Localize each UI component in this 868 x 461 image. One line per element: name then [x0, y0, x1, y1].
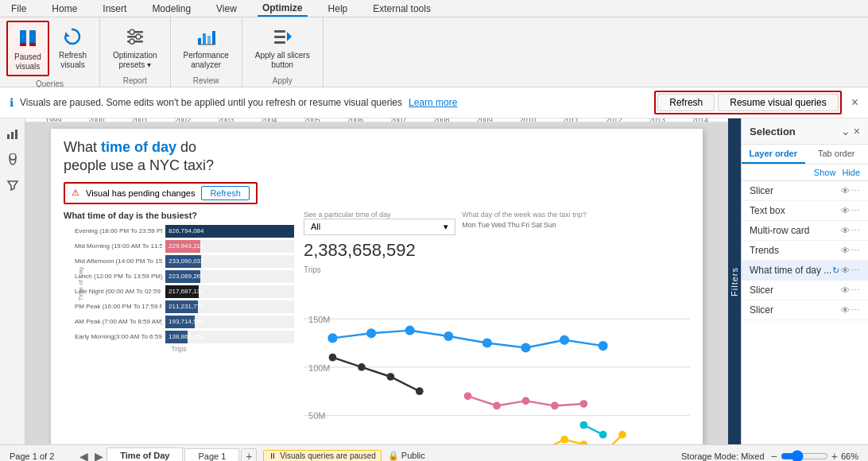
layer-item[interactable]: What time of day ... ↻ 👁 ⋯ — [742, 261, 868, 281]
bar-label: Evening (18:00 PM To 23:59 PM) — [75, 227, 162, 234]
page-prev-button[interactable]: ◀ — [76, 448, 91, 462]
refresh-visuals-icon — [60, 24, 85, 49]
menu-view[interactable]: View — [211, 2, 242, 16]
layer-more-icon[interactable]: ⋯ — [851, 305, 860, 316]
apply-all-slicers-button[interactable]: Apply all slicersbutton — [249, 21, 316, 73]
optimization-icon — [122, 24, 148, 49]
layer-more-icon[interactable]: ⋯ — [851, 186, 860, 196]
layer-item-icons: 👁 ⋯ — [841, 206, 860, 216]
layer-item[interactable]: Trends 👁 ⋯ — [742, 241, 868, 261]
report-page: What time of day dopeople use a NYC taxi… — [51, 129, 703, 444]
svg-point-46 — [579, 421, 587, 429]
layer-eye-icon[interactable]: 👁 — [841, 305, 850, 316]
learn-more-link[interactable]: Learn more — [409, 97, 457, 108]
layer-item-left: Trends — [750, 245, 779, 256]
layer-eye-icon[interactable]: 👁 — [841, 206, 850, 216]
bar-fill: 233,090,032 — [165, 255, 201, 268]
layer-more-icon[interactable]: ⋯ — [851, 206, 860, 216]
zoom-minus-button[interactable]: − — [771, 450, 777, 462]
apply-slicers-icon — [269, 24, 295, 49]
layer-eye-icon[interactable]: 👁 — [841, 186, 850, 196]
svg-point-44 — [551, 401, 559, 409]
menu-file[interactable]: File — [6, 2, 31, 16]
tab-layer-order[interactable]: Layer order — [742, 145, 805, 164]
add-page-button[interactable]: + — [241, 448, 257, 462]
hide-all-link[interactable]: Hide — [842, 168, 860, 177]
ribbon-report-buttons: Optimizationpresets ▾ — [107, 21, 164, 73]
menu-optimize[interactable]: Optimize — [258, 1, 308, 17]
day-tue[interactable]: Tue — [478, 221, 490, 229]
menu-insert[interactable]: Insert — [98, 2, 131, 16]
layer-eye-icon[interactable]: 👁 — [841, 265, 850, 276]
info-icon: ℹ — [10, 96, 14, 109]
svg-point-39 — [560, 335, 569, 345]
refresh-button[interactable]: Refresh — [657, 94, 715, 111]
apply-all-slicers-label: Apply all slicersbutton — [255, 51, 310, 70]
zoom-slider[interactable] — [781, 450, 828, 462]
menu-modeling[interactable]: Modeling — [147, 2, 196, 16]
svg-point-43 — [522, 397, 530, 405]
layer-eye-icon[interactable]: 👁 — [841, 226, 850, 236]
performance-icon — [193, 24, 219, 49]
layer-item-left: Multi-row card — [750, 225, 809, 236]
day-fri[interactable]: Fri — [521, 221, 530, 229]
paused-badge: ⏸ Visuals queries are paused — [263, 450, 381, 461]
show-all-link[interactable]: Show — [814, 168, 836, 177]
chart-subtitle: What time of day is the busiest? — [64, 211, 294, 220]
refresh-visuals-button[interactable]: Refreshvisuals — [52, 21, 93, 73]
report-group-title: Report — [107, 73, 164, 85]
visual-refresh-button[interactable]: Refresh — [201, 186, 250, 200]
day-wed[interactable]: Wed — [491, 221, 506, 229]
page-tab-page1[interactable]: Page 1 — [184, 448, 239, 462]
page-next-button[interactable]: ▶ — [91, 448, 107, 462]
time-of-day-dropdown[interactable]: All ▾ — [304, 219, 455, 235]
layer-more-icon[interactable]: ⋯ — [851, 246, 860, 256]
optimization-presets-button[interactable]: Optimizationpresets ▾ — [107, 21, 164, 73]
layer-item[interactable]: Slicer 👁 ⋯ — [742, 300, 868, 320]
layer-more-icon[interactable]: ⋯ — [851, 226, 860, 236]
page-tab-time-of-day[interactable]: Time of Day — [107, 447, 183, 461]
layer-item[interactable]: Slicer 👁 ⋯ — [742, 181, 868, 201]
day-mon[interactable]: Mon — [462, 221, 476, 229]
main-area: 1999 2000 2001 2002 2003 2004 2005 2006 … — [0, 118, 868, 444]
svg-point-56 — [386, 373, 394, 381]
panel-collapse-button[interactable]: ⌄ — [841, 125, 851, 138]
day-sun[interactable]: Sun — [544, 221, 556, 229]
layer-item[interactable]: Multi-row card 👁 ⋯ — [742, 221, 868, 241]
bar-row: Evening (18:00 PM To 23:59 PM) 826,794,0… — [75, 225, 294, 238]
resume-visual-queries-button[interactable]: Resume visual queries — [718, 94, 838, 111]
menu-home[interactable]: Home — [47, 2, 82, 16]
notification-close-button[interactable]: × — [851, 95, 858, 110]
sidebar-data-icon[interactable] — [3, 150, 22, 169]
tab-tab-order[interactable]: Tab order — [805, 145, 869, 164]
layer-more-icon[interactable]: ⋯ — [851, 265, 860, 276]
performance-analyzer-button[interactable]: Performanceanalyzer — [177, 21, 235, 73]
zoom-level: 66% — [841, 451, 858, 461]
day-sat[interactable]: Sat — [531, 221, 542, 229]
bar-fill: 138,864,750 — [165, 331, 188, 343]
bar-value: 138,864,750 — [165, 333, 204, 340]
sidebar-filter-icon[interactable] — [3, 176, 22, 195]
filters-label: Filters — [730, 267, 739, 296]
panel-close-button[interactable]: × — [854, 125, 860, 138]
bar-fill: 229,943,210 — [165, 240, 200, 253]
layer-item-icons: ↻ 👁 ⋯ — [832, 265, 860, 276]
paused-visuals-button[interactable]: Pausedvisuals — [6, 21, 49, 76]
menu-help[interactable]: Help — [324, 2, 353, 16]
filters-panel[interactable]: Filters — [728, 118, 741, 444]
layer-eye-icon[interactable]: 👁 — [841, 246, 850, 256]
menu-external-tools[interactable]: External tools — [368, 2, 436, 16]
sidebar-chart-icon[interactable] — [3, 125, 22, 144]
layer-item[interactable]: Text box 👁 ⋯ — [742, 201, 868, 221]
day-selector: Mon Tue Wed Thu Fri Sat Sun — [462, 221, 690, 229]
layer-more-icon[interactable]: ⋯ — [851, 285, 860, 296]
svg-point-55 — [358, 363, 366, 371]
layer-eye-icon[interactable]: 👁 — [841, 285, 850, 296]
pause-icon: ⏸ — [269, 451, 277, 460]
layer-item[interactable]: Slicer 👁 ⋯ — [742, 281, 868, 300]
day-thu[interactable]: Thu — [507, 221, 520, 229]
svg-rect-20 — [7, 134, 10, 139]
pending-refresh-icon[interactable]: ↻ — [832, 265, 839, 276]
zoom-plus-button[interactable]: + — [831, 450, 838, 462]
page-count: Page 1 of 2 — [10, 451, 54, 461]
